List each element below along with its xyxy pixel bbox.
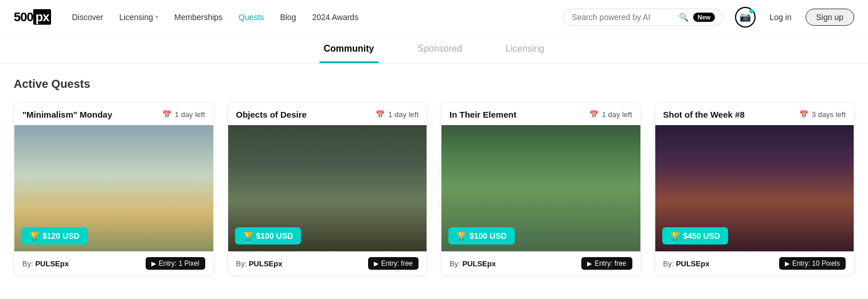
entry-badge: ▶ Entry: free [368, 257, 419, 270]
header-right: 📷 Log in Sign up [735, 7, 854, 28]
trophy-icon: 🏆 [243, 231, 253, 240]
card-footer: By: PULSEpx ▶ Entry: free [441, 251, 640, 275]
time-left: 📅 1 day left [376, 110, 419, 119]
card-header: Shot of the Week #8 📅 3 days left [655, 103, 854, 125]
quest-author: By: PULSEpx [449, 259, 496, 268]
nav-blog[interactable]: Blog [273, 9, 303, 25]
quest-author: By: PULSEpx [236, 259, 283, 268]
quest-author: By: PULSEpx [663, 259, 710, 268]
entry-icon: ▶ [374, 260, 378, 267]
quest-title: "Minimalism" Monday [22, 110, 112, 119]
nav-awards[interactable]: 2024 Awards [305, 9, 365, 25]
card-header: In Their Element 📅 1 day left [441, 103, 640, 125]
trophy-icon: 🏆 [456, 231, 466, 240]
time-left: 📅 1 day left [162, 110, 205, 119]
nav-quests[interactable]: Quests [232, 9, 271, 25]
prize-badge: 🏆 $100 USD [235, 227, 302, 244]
prize-badge: 🏆 $120 USD [21, 227, 88, 244]
entry-badge: ▶ Entry: 1 Pixel [146, 257, 205, 270]
quest-card[interactable]: Objects of Desire 📅 1 day left 🏆 $100 US… [228, 102, 428, 276]
search-input[interactable] [572, 13, 674, 22]
card-footer: By: PULSEpx ▶ Entry: 1 Pixel [14, 251, 213, 275]
calendar-icon: 📅 [376, 110, 385, 119]
logo[interactable]: 500px [14, 10, 51, 25]
trophy-icon: 🏆 [29, 231, 39, 240]
quest-author: By: PULSEpx [22, 259, 69, 268]
login-button[interactable]: Log in [763, 9, 798, 25]
card-footer: By: PULSEpx ▶ Entry: 10 Pixels [655, 251, 854, 275]
entry-badge: ▶ Entry: free [581, 257, 632, 270]
time-left: 📅 1 day left [589, 110, 632, 119]
quest-title: Objects of Desire [236, 110, 307, 119]
calendar-icon: 📅 [162, 110, 171, 119]
calendar-icon: 📅 [589, 110, 599, 119]
card-header: "Minimalism" Monday 📅 1 day left [14, 103, 213, 125]
header: 500px Discover Licensing ▾ Memberships Q… [0, 0, 868, 34]
entry-icon: ▶ [785, 260, 789, 267]
quest-image: 🏆 $100 USD [441, 125, 640, 251]
tab-licensing[interactable]: Licensing [501, 34, 549, 63]
quest-image: 🏆 $100 USD [228, 125, 427, 251]
card-header: Objects of Desire 📅 1 day left [228, 103, 427, 125]
entry-icon: ▶ [587, 260, 592, 267]
quest-title: Shot of the Week #8 [663, 110, 745, 119]
quests-grid: "Minimalism" Monday 📅 1 day left 🏆 $120 … [14, 102, 854, 276]
signup-button[interactable]: Sign up [806, 9, 854, 26]
entry-icon: ▶ [151, 260, 156, 267]
nav-memberships[interactable]: Memberships [167, 9, 229, 25]
time-left: 📅 3 days left [799, 110, 846, 119]
quest-card[interactable]: "Minimalism" Monday 📅 1 day left 🏆 $120 … [14, 102, 214, 276]
notifications-button[interactable]: 📷 [735, 7, 756, 28]
chevron-down-icon: ▾ [155, 14, 158, 20]
prize-badge: 🏆 $100 USD [448, 227, 515, 244]
notification-dot [749, 9, 753, 13]
section-title: Active Quests [14, 77, 854, 91]
calendar-icon: 📅 [799, 110, 808, 119]
new-badge: New [693, 13, 715, 22]
main-nav: Discover Licensing ▾ Memberships Quests … [65, 9, 558, 25]
nav-licensing[interactable]: Licensing ▾ [112, 9, 165, 25]
trophy-icon: 🏆 [670, 231, 680, 240]
quest-card[interactable]: Shot of the Week #8 📅 3 days left 🏆 $450… [655, 102, 855, 276]
quest-image: 🏆 $120 USD [14, 125, 213, 251]
quest-title: In Their Element [449, 110, 517, 119]
quest-card[interactable]: In Their Element 📅 1 day left 🏆 $100 USD… [441, 102, 641, 276]
tab-community[interactable]: Community [319, 34, 379, 63]
tab-sponsored[interactable]: Sponsored [413, 34, 467, 63]
card-footer: By: PULSEpx ▶ Entry: free [228, 251, 427, 275]
search-bar[interactable]: 🔍 New [563, 9, 724, 26]
nav-discover[interactable]: Discover [65, 9, 110, 25]
prize-badge: 🏆 $450 USD [662, 227, 729, 244]
search-icon: 🔍 [679, 13, 689, 22]
entry-badge: ▶ Entry: 10 Pixels [779, 257, 846, 270]
main-content: Active Quests "Minimalism" Monday 📅 1 da… [0, 64, 868, 290]
tabs-bar: Community Sponsored Licensing [0, 34, 868, 64]
quest-image: 🏆 $450 USD [655, 125, 854, 251]
